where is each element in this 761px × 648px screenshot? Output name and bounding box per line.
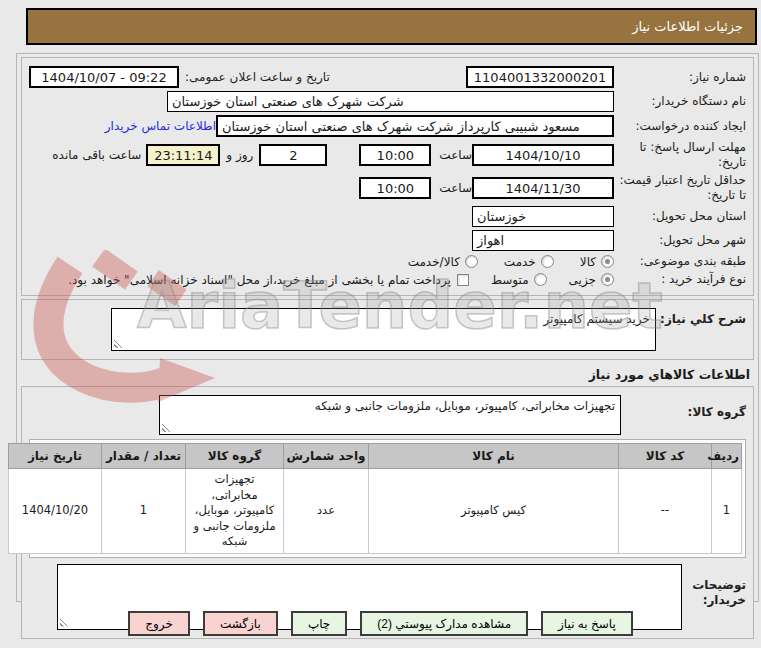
price-validity-label: حداقل تاریخ اعتبار قیمت: تا تاریخ: <box>614 173 746 203</box>
price-validity-date-field[interactable]: 1404/11/30 <box>472 177 614 199</box>
respond-to-need-button[interactable]: پاسخ به نیاز <box>541 611 633 636</box>
need-description-row: شرح کلي نیاز: خرید سیستم کامپیوتر <box>29 308 746 351</box>
need-number-label: شماره نیاز: <box>614 70 746 85</box>
col-quantity: تعداد / مقدار <box>102 444 186 469</box>
response-deadline-row: مهلت ارسال پاسخ: تا تاریخ: 1404/10/10 سا… <box>29 140 746 170</box>
subject-class-option-service: خدمت <box>504 255 554 269</box>
goods-info-heading: اطلاعات کالاهاي مورد نیاز <box>21 367 750 382</box>
col-item-name: نام کالا <box>369 444 619 469</box>
radio-goods-label: کالا <box>580 255 596 269</box>
cell-unit: عدد <box>284 469 369 554</box>
subject-class-option-goods: کالا <box>580 255 614 269</box>
delivery-city-row: شهر محل تحویل: اهواز <box>29 230 746 251</box>
need-details-page: جزئیات اطلاعات نیاز شماره نیاز: 11040013… <box>0 0 761 648</box>
radio-service-label: خدمت <box>504 255 536 269</box>
treasury-payment-option: پرداخت تمام یا بخشی از مبلغ خرید،از محل … <box>68 273 469 287</box>
col-unit: واحد شمارش <box>284 444 369 469</box>
price-validity-row: حداقل تاریخ اعتبار قیمت: تا تاریخ: 1404/… <box>29 173 746 203</box>
goods-table-header-row: ردیف کد کالا نام کالا واحد شمارش گروه کا… <box>9 444 742 469</box>
delivery-province-label: استان محل تحویل: <box>614 209 746 224</box>
request-creator-label: ایجاد کننده درخواست: <box>614 119 746 134</box>
cell-quantity: 1 <box>102 469 186 554</box>
table-row: 1 -- کیس کامپیوتر عدد تجهیزات مخابراتی، … <box>9 469 742 554</box>
delivery-province-field[interactable]: خوزستان <box>472 206 614 227</box>
cell-item-code: -- <box>619 469 712 554</box>
col-group: گروه کالا <box>186 444 284 469</box>
need-description-textarea[interactable]: خرید سیستم کامپیوتر <box>111 308 656 351</box>
announce-datetime-field[interactable]: 1404/10/07 - 09:22 <box>29 66 179 88</box>
treasury-checkbox-icon[interactable] <box>457 274 469 286</box>
purchase-process-label: نوع فرآیند خرید : <box>614 272 746 287</box>
response-deadline-label: مهلت ارسال پاسخ: تا تاریخ: <box>614 140 746 170</box>
subject-class-label: طبقه بندی موضوعی: <box>614 254 746 269</box>
buyer-org-row: نام دستگاه خریدار: شرکت شهرک های صنعتی ا… <box>29 91 746 112</box>
goods-group-text: تجهیزات مخابراتی، کامپیوتر، موبایل، ملزو… <box>315 399 615 413</box>
purchase-process-row: نوع فرآیند خرید : جزیی متوسط پرداخت تمام… <box>29 272 746 287</box>
radio-medium-label: متوسط <box>491 273 529 287</box>
time-remaining-field[interactable]: 23:11:14 <box>146 144 220 166</box>
exit-button[interactable]: خروج <box>128 611 190 636</box>
radio-medium-icon[interactable] <box>534 273 547 286</box>
need-number-field[interactable]: 1104001332000201 <box>466 66 614 88</box>
subject-class-row: طبقه بندی موضوعی: کالا خدمت کالا/خدمت <box>29 254 746 269</box>
treasury-checkbox-label: پرداخت تمام یا بخشی از مبلغ خرید،از محل … <box>68 273 451 287</box>
col-row-index: ردیف <box>712 444 742 469</box>
purchase-process-options: جزیی متوسط پرداخت تمام یا بخشی از مبلغ خ… <box>68 273 614 287</box>
radio-goods-icon[interactable] <box>601 255 614 268</box>
page-title: جزئیات اطلاعات نیاز <box>632 19 743 34</box>
response-deadline-hour-label: ساعت <box>439 148 472 162</box>
response-deadline-hour-field[interactable]: 10:00 <box>359 144 431 166</box>
cell-group: تجهیزات مخابراتی، کامپیوتر، موبایل، ملزو… <box>186 469 284 554</box>
buyer-notes-label: توضیحات خریدار: <box>682 564 746 608</box>
price-validity-hour-field[interactable]: 10:00 <box>359 177 431 199</box>
announce-datetime-label: تاریخ و ساعت اعلان عمومی: <box>185 70 330 85</box>
radio-goods-service-label: کالا/خدمت <box>408 255 460 269</box>
goods-group-label: گروه کالا: <box>621 395 746 420</box>
form-frame: شماره نیاز: 1104001332000201 تاریخ و ساع… <box>16 53 759 602</box>
subject-class-option-goods-service: کالا/خدمت <box>408 255 478 269</box>
delivery-city-field[interactable]: اهواز <box>472 230 614 251</box>
radio-goods-service-icon[interactable] <box>465 255 478 268</box>
subject-class-options: کالا خدمت کالا/خدمت <box>408 255 614 269</box>
price-validity-hour-label: ساعت <box>439 181 472 195</box>
view-attachments-button[interactable]: مشاهده مدارک پیوستي (2) <box>360 611 528 636</box>
buyer-org-field[interactable]: شرکت شهرک های صنعتی استان خوزستان <box>167 91 614 112</box>
radio-service-icon[interactable] <box>541 255 554 268</box>
request-creator-field[interactable]: مسعود شبیبی کارپرداز شرکت شهرک های صنعتی… <box>216 115 614 137</box>
page-title-bar: جزئیات اطلاعات نیاز <box>26 8 757 45</box>
print-button[interactable]: چاپ <box>291 611 347 636</box>
radio-minor-icon[interactable] <box>601 273 614 286</box>
goods-info-section: گروه کالا: تجهیزات مخابراتی، کامپیوتر، م… <box>21 386 754 639</box>
days-separator-label: روز و <box>226 148 253 162</box>
resize-handle-icon[interactable] <box>162 422 172 432</box>
col-item-code: کد کالا <box>619 444 712 469</box>
process-option-medium: متوسط <box>491 273 547 287</box>
need-description-section: شرح کلي نیاز: خرید سیستم کامپیوتر <box>21 299 754 360</box>
need-description-text: خرید سیستم کامپیوتر <box>544 312 651 326</box>
general-info-section: شماره نیاز: 1104001332000201 تاریخ و ساع… <box>21 57 754 296</box>
footer-button-bar: پاسخ به نیاز مشاهده مدارک پیوستي (2) چاپ… <box>0 611 761 636</box>
col-need-date: تاریخ نیاز <box>9 444 102 469</box>
need-description-label: شرح کلي نیاز: <box>656 308 746 327</box>
delivery-city-label: شهر محل تحویل: <box>614 233 746 248</box>
cell-row-index: 1 <box>712 469 742 554</box>
goods-group-row: گروه کالا: تجهیزات مخابراتی، کامپیوتر، م… <box>29 395 746 435</box>
response-deadline-date-field[interactable]: 1404/10/10 <box>472 144 614 166</box>
goods-group-textarea[interactable]: تجهیزات مخابراتی، کامپیوتر، موبایل، ملزو… <box>159 395 621 435</box>
cell-item-name: کیس کامپیوتر <box>369 469 619 554</box>
days-remaining-field[interactable]: 2 <box>259 144 327 166</box>
remaining-hours-label: ساعت باقی مانده <box>52 148 141 162</box>
resize-handle-icon[interactable] <box>114 338 124 348</box>
request-creator-row: ایجاد کننده درخواست: مسعود شبیبی کارپردا… <box>29 115 746 137</box>
goods-table: ردیف کد کالا نام کالا واحد شمارش گروه کا… <box>8 443 742 554</box>
need-number-row: شماره نیاز: 1104001332000201 تاریخ و ساع… <box>29 66 746 88</box>
buyer-contact-link[interactable]: اطلاعات تماس خریدار <box>105 119 216 133</box>
radio-minor-label: جزیی <box>569 273 596 287</box>
goods-table-wrapper: ردیف کد کالا نام کالا واحد شمارش گروه کا… <box>29 439 746 558</box>
back-button[interactable]: بازگشت <box>203 611 278 636</box>
delivery-province-row: استان محل تحویل: خوزستان <box>29 206 746 227</box>
cell-need-date: 1404/10/20 <box>9 469 102 554</box>
process-option-minor: جزیی <box>569 273 614 287</box>
buyer-org-label: نام دستگاه خریدار: <box>614 94 746 109</box>
